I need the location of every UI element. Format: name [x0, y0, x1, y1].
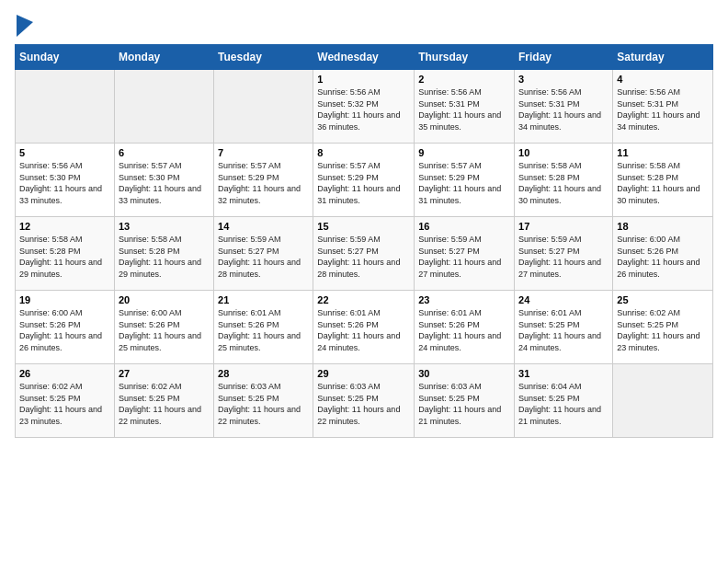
- sunset-label: Sunset: 5:27 PM: [518, 247, 580, 256]
- day-number: 20: [119, 294, 210, 305]
- sunset-label: Sunset: 5:27 PM: [218, 247, 279, 256]
- daylight-label: Daylight: 11 hours and 34 minutes.: [617, 110, 700, 132]
- daylight-label: Daylight: 11 hours and 26 minutes.: [617, 258, 700, 279]
- sunrise-label: Sunrise: 5:56 AM: [518, 87, 582, 97]
- sunrise-label: Sunrise: 6:02 AM: [617, 308, 680, 317]
- header-monday: Monday: [114, 45, 213, 70]
- sunrise-label: Sunrise: 5:59 AM: [218, 235, 281, 244]
- sunrise-label: Sunrise: 6:01 AM: [418, 308, 482, 317]
- day-info: Sunrise: 5:59 AMSunset: 5:27 PMDaylight:…: [317, 234, 410, 280]
- sunset-label: Sunset: 5:25 PM: [617, 320, 678, 329]
- day-number: 28: [218, 368, 309, 379]
- sunrise-label: Sunrise: 6:00 AM: [119, 308, 182, 317]
- day-number: 9: [418, 147, 510, 158]
- day-number: 18: [617, 221, 709, 232]
- daylight-label: Daylight: 11 hours and 28 minutes.: [317, 258, 400, 279]
- sunset-label: Sunset: 5:32 PM: [317, 99, 379, 109]
- calendar-cell: 20Sunrise: 6:00 AMSunset: 5:26 PMDayligh…: [114, 291, 213, 364]
- sunset-label: Sunset: 5:30 PM: [119, 173, 180, 182]
- calendar-cell: 12Sunrise: 5:58 AMSunset: 5:28 PMDayligh…: [16, 217, 115, 291]
- sunrise-label: Sunrise: 6:02 AM: [119, 382, 182, 391]
- sunset-label: Sunset: 5:25 PM: [119, 394, 180, 403]
- sunset-label: Sunset: 5:28 PM: [518, 173, 580, 182]
- calendar-cell: 3Sunrise: 5:56 AMSunset: 5:31 PMDaylight…: [515, 70, 613, 144]
- day-info: Sunrise: 6:04 AMSunset: 5:25 PMDaylight:…: [518, 381, 609, 427]
- sunrise-label: Sunrise: 5:57 AM: [119, 161, 182, 170]
- day-info: Sunrise: 5:57 AMSunset: 5:29 PMDaylight:…: [218, 160, 309, 206]
- calendar-cell: 21Sunrise: 6:01 AMSunset: 5:26 PMDayligh…: [214, 291, 313, 364]
- day-info: Sunrise: 5:57 AMSunset: 5:29 PMDaylight:…: [418, 160, 510, 206]
- sunrise-label: Sunrise: 5:56 AM: [317, 87, 381, 97]
- calendar-week-4: 19Sunrise: 6:00 AMSunset: 5:26 PMDayligh…: [16, 291, 713, 364]
- header-friday: Friday: [515, 45, 613, 70]
- day-number: 7: [218, 147, 309, 158]
- sunrise-label: Sunrise: 5:56 AM: [19, 161, 83, 170]
- day-number: 23: [418, 294, 510, 305]
- sunrise-label: Sunrise: 5:59 AM: [518, 235, 582, 244]
- sunrise-label: Sunrise: 6:03 AM: [218, 382, 281, 391]
- day-info: Sunrise: 6:00 AMSunset: 5:26 PMDaylight:…: [119, 307, 210, 353]
- day-info: Sunrise: 6:03 AMSunset: 5:25 PMDaylight:…: [218, 381, 309, 427]
- sunrise-label: Sunrise: 6:00 AM: [19, 308, 83, 317]
- daylight-label: Daylight: 11 hours and 24 minutes.: [317, 331, 400, 352]
- daylight-label: Daylight: 11 hours and 27 minutes.: [518, 258, 601, 279]
- page-header: [15, 15, 713, 37]
- daylight-label: Daylight: 11 hours and 34 minutes.: [518, 110, 601, 132]
- daylight-label: Daylight: 11 hours and 21 minutes.: [418, 405, 501, 426]
- day-number: 24: [518, 294, 609, 305]
- logo-icon: [17, 15, 33, 37]
- daylight-label: Daylight: 11 hours and 33 minutes.: [119, 184, 201, 205]
- sunset-label: Sunset: 5:26 PM: [218, 320, 279, 329]
- day-info: Sunrise: 5:58 AMSunset: 5:28 PMDaylight:…: [518, 160, 609, 206]
- daylight-label: Daylight: 11 hours and 22 minutes.: [317, 405, 400, 426]
- calendar-cell: [114, 70, 213, 144]
- sunrise-label: Sunrise: 6:00 AM: [617, 235, 680, 244]
- calendar-cell: 6Sunrise: 5:57 AMSunset: 5:30 PMDaylight…: [114, 144, 213, 217]
- calendar-cell: 2Sunrise: 5:56 AMSunset: 5:31 PMDaylight…: [415, 70, 515, 144]
- day-info: Sunrise: 5:58 AMSunset: 5:28 PMDaylight:…: [617, 160, 709, 206]
- sunrise-label: Sunrise: 5:59 AM: [317, 235, 381, 244]
- day-number: 21: [218, 294, 309, 305]
- day-info: Sunrise: 6:01 AMSunset: 5:25 PMDaylight:…: [518, 307, 609, 353]
- calendar-week-2: 5Sunrise: 5:56 AMSunset: 5:30 PMDaylight…: [16, 144, 713, 217]
- sunset-label: Sunset: 5:25 PM: [518, 394, 580, 403]
- day-number: 27: [119, 368, 210, 379]
- calendar-cell: 25Sunrise: 6:02 AMSunset: 5:25 PMDayligh…: [613, 291, 713, 364]
- day-info: Sunrise: 6:00 AMSunset: 5:26 PMDaylight:…: [617, 234, 709, 280]
- daylight-label: Daylight: 11 hours and 29 minutes.: [119, 258, 201, 279]
- header-tuesday: Tuesday: [214, 45, 313, 70]
- sunset-label: Sunset: 5:25 PM: [418, 394, 480, 403]
- daylight-label: Daylight: 11 hours and 22 minutes.: [218, 405, 301, 426]
- calendar-cell: [214, 70, 313, 144]
- day-info: Sunrise: 5:59 AMSunset: 5:27 PMDaylight:…: [418, 234, 510, 280]
- sunrise-label: Sunrise: 6:03 AM: [418, 382, 482, 391]
- daylight-label: Daylight: 11 hours and 36 minutes.: [317, 110, 400, 132]
- sunrise-label: Sunrise: 5:57 AM: [418, 161, 482, 170]
- calendar-week-5: 26Sunrise: 6:02 AMSunset: 5:25 PMDayligh…: [16, 364, 713, 438]
- logo: [15, 15, 39, 37]
- daylight-label: Daylight: 11 hours and 33 minutes.: [19, 184, 102, 205]
- day-number: 5: [19, 147, 110, 158]
- daylight-label: Daylight: 11 hours and 27 minutes.: [418, 258, 501, 279]
- calendar-cell: 9Sunrise: 5:57 AMSunset: 5:29 PMDaylight…: [415, 144, 515, 217]
- sunset-label: Sunset: 5:29 PM: [218, 173, 279, 182]
- header-saturday: Saturday: [613, 45, 713, 70]
- day-number: 25: [617, 294, 709, 305]
- calendar-cell: 26Sunrise: 6:02 AMSunset: 5:25 PMDayligh…: [16, 364, 115, 438]
- day-number: 11: [617, 147, 709, 158]
- sunset-label: Sunset: 5:28 PM: [617, 173, 678, 182]
- sunset-label: Sunset: 5:25 PM: [518, 320, 580, 329]
- sunrise-label: Sunrise: 6:03 AM: [317, 382, 381, 391]
- day-info: Sunrise: 6:03 AMSunset: 5:25 PMDaylight:…: [317, 381, 410, 427]
- day-number: 1: [317, 74, 410, 85]
- sunset-label: Sunset: 5:30 PM: [19, 173, 81, 182]
- calendar-cell: 15Sunrise: 5:59 AMSunset: 5:27 PMDayligh…: [313, 217, 415, 291]
- day-number: 8: [317, 147, 410, 158]
- header-thursday: Thursday: [415, 45, 515, 70]
- sunset-label: Sunset: 5:25 PM: [218, 394, 279, 403]
- day-info: Sunrise: 5:56 AMSunset: 5:31 PMDaylight:…: [518, 86, 609, 132]
- sunset-label: Sunset: 5:26 PM: [617, 247, 678, 256]
- sunset-label: Sunset: 5:25 PM: [317, 394, 379, 403]
- day-info: Sunrise: 6:01 AMSunset: 5:26 PMDaylight:…: [218, 307, 309, 353]
- calendar-cell: 23Sunrise: 6:01 AMSunset: 5:26 PMDayligh…: [415, 291, 515, 364]
